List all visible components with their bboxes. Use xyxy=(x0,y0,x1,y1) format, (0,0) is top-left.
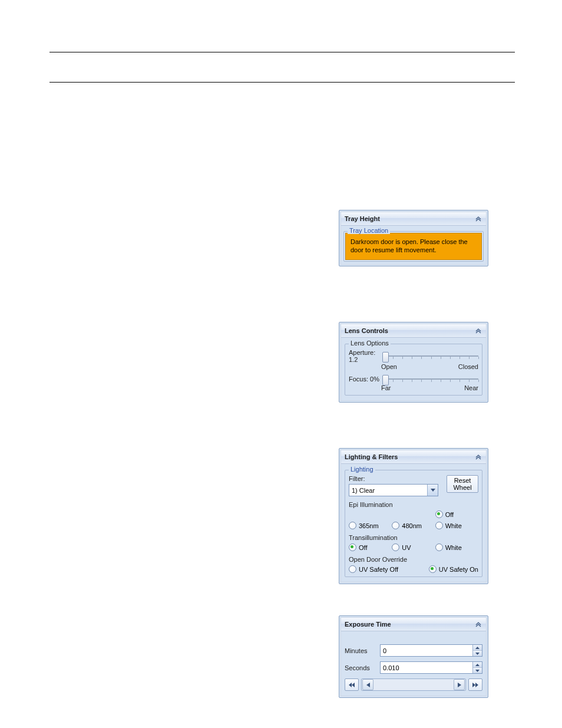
epi-480-radio[interactable]: 480nm xyxy=(392,522,435,529)
seconds-label: Seconds xyxy=(345,664,380,671)
seconds-down-button[interactable] xyxy=(473,668,482,673)
aperture-open-label: Open xyxy=(381,363,397,370)
tray-location-label: Tray Location xyxy=(348,227,390,234)
hr-bottom xyxy=(49,82,515,83)
uv-safety-off-radio[interactable]: UV Safety Off xyxy=(349,565,398,573)
fast-rewind-button[interactable] xyxy=(345,678,359,691)
scroll-left-button[interactable] xyxy=(362,679,373,690)
epi-365-radio[interactable]: 365nm xyxy=(349,522,392,529)
radio-icon xyxy=(349,543,356,551)
lens-options-label: Lens Options xyxy=(349,340,391,347)
lighting-header[interactable]: Lighting & Filters xyxy=(341,450,486,464)
tray-height-panel: Tray Height Tray Location Darkroom door … xyxy=(339,210,488,266)
exposure-panel: Exposure Time Minutes 0 Seconds 0.0 xyxy=(339,615,488,698)
scroll-right-button[interactable] xyxy=(454,679,465,690)
radio-icon xyxy=(435,543,443,551)
lighting-title: Lighting & Filters xyxy=(345,453,398,460)
fast-forward-button[interactable] xyxy=(468,678,482,691)
filter-label: Filter: xyxy=(349,475,442,482)
seconds-up-button[interactable] xyxy=(473,662,482,668)
trans-uv-radio[interactable]: UV xyxy=(392,543,435,551)
aperture-slider[interactable] xyxy=(384,351,478,361)
chevron-up-icon[interactable] xyxy=(474,327,482,335)
radio-icon xyxy=(435,510,443,518)
tray-height-header[interactable]: Tray Height xyxy=(341,212,486,226)
exposure-scrollbar[interactable] xyxy=(361,678,466,691)
minutes-down-button[interactable] xyxy=(473,651,482,656)
tray-height-title: Tray Height xyxy=(345,215,380,222)
override-label: Open Door Override xyxy=(349,556,478,563)
epi-label: Epi Illumination xyxy=(349,501,478,508)
minutes-up-button[interactable] xyxy=(473,645,482,651)
uv-safety-on-radio[interactable]: UV Safety On xyxy=(429,565,478,573)
focus-near-label: Near xyxy=(464,384,478,391)
hr-top xyxy=(49,52,515,52)
exposure-header[interactable]: Exposure Time xyxy=(341,618,486,631)
tray-warning: Darkroom door is open. Please close the … xyxy=(345,233,482,260)
filter-select[interactable]: 1) Clear xyxy=(349,484,438,496)
minutes-value: 0 xyxy=(381,647,472,654)
chevron-up-icon[interactable] xyxy=(474,453,482,461)
trans-off-radio[interactable]: Off xyxy=(349,543,392,551)
focus-slider[interactable] xyxy=(384,374,478,384)
lens-controls-header[interactable]: Lens Controls xyxy=(341,324,486,338)
chevron-up-icon[interactable] xyxy=(474,620,482,628)
aperture-closed-label: Closed xyxy=(458,363,478,370)
radio-icon xyxy=(349,522,356,529)
chevron-up-icon[interactable] xyxy=(474,215,482,223)
aperture-label: Aperture: 1.2 xyxy=(349,349,381,363)
radio-icon xyxy=(349,565,356,573)
chevron-down-icon[interactable] xyxy=(427,485,438,496)
trans-label: Transillumination xyxy=(349,534,478,541)
minutes-label: Minutes xyxy=(345,647,380,654)
reset-wheel-button[interactable]: Reset Wheel xyxy=(447,475,478,493)
epi-white-radio[interactable]: White xyxy=(435,522,478,529)
lighting-panel: Lighting & Filters Lighting Filter: 1) C… xyxy=(339,448,488,584)
aperture-thumb[interactable] xyxy=(382,352,389,363)
radio-icon xyxy=(429,565,437,573)
minutes-input[interactable]: 0 xyxy=(380,644,482,657)
focus-label: Focus: 0% xyxy=(349,375,381,383)
seconds-input[interactable]: 0.010 xyxy=(380,661,482,674)
radio-icon xyxy=(435,522,443,529)
radio-icon xyxy=(392,543,399,551)
lighting-group-label: Lighting xyxy=(349,466,375,473)
lens-controls-title: Lens Controls xyxy=(345,327,388,334)
epi-off-radio[interactable]: Off xyxy=(435,510,478,518)
exposure-title: Exposure Time xyxy=(345,621,391,628)
radio-icon xyxy=(392,522,399,529)
seconds-value: 0.010 xyxy=(381,664,472,671)
trans-white-radio[interactable]: White xyxy=(435,543,478,551)
filter-value: 1) Clear xyxy=(349,487,427,494)
focus-thumb[interactable] xyxy=(382,375,389,386)
lens-controls-panel: Lens Controls Lens Options Aperture: 1.2 xyxy=(339,322,488,403)
